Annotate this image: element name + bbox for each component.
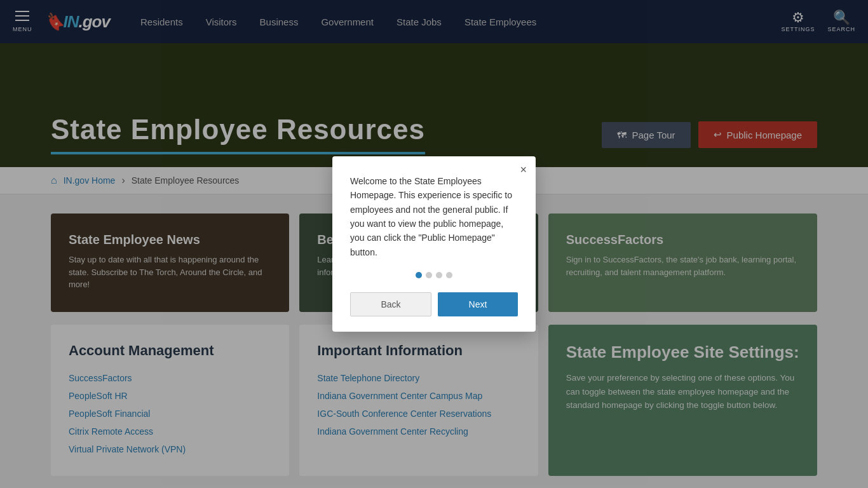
modal-body-text: Welcome to the State Employees Homepage.… xyxy=(350,174,518,259)
modal-dot-1 xyxy=(416,272,422,278)
modal-back-button[interactable]: Back xyxy=(350,292,431,316)
modal-next-button[interactable]: Next xyxy=(438,292,518,316)
modal-dot-3 xyxy=(436,272,442,278)
modal-close-button[interactable]: × xyxy=(520,164,527,175)
modal-dot-2 xyxy=(426,272,432,278)
modal-overlay[interactable]: × Welcome to the State Employees Homepag… xyxy=(0,0,868,488)
welcome-modal: × Welcome to the State Employees Homepag… xyxy=(332,156,536,332)
modal-progress-dots xyxy=(350,272,518,278)
modal-footer: Back Next xyxy=(350,292,518,316)
modal-dot-4 xyxy=(446,272,452,278)
